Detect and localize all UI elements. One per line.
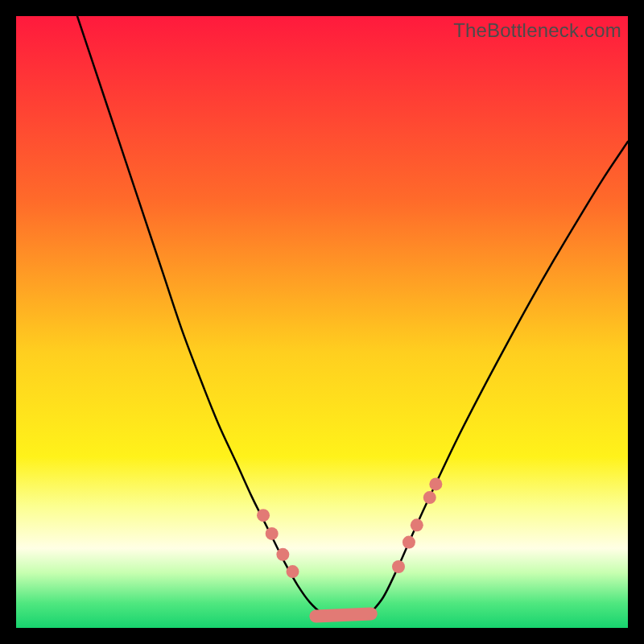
data-marker (257, 509, 270, 522)
data-marker (429, 477, 442, 490)
data-marker-capsule (316, 614, 370, 617)
data-marker (287, 565, 299, 578)
data-marker (402, 536, 415, 549)
data-marker (276, 548, 289, 561)
data-marker (266, 527, 279, 540)
bottleneck-plot (16, 16, 628, 628)
data-marker (392, 560, 405, 573)
data-marker (423, 491, 436, 504)
watermark-text: TheBottleneck.com (453, 19, 621, 42)
data-marker (411, 518, 423, 531)
chart-frame: TheBottleneck.com (16, 16, 628, 628)
